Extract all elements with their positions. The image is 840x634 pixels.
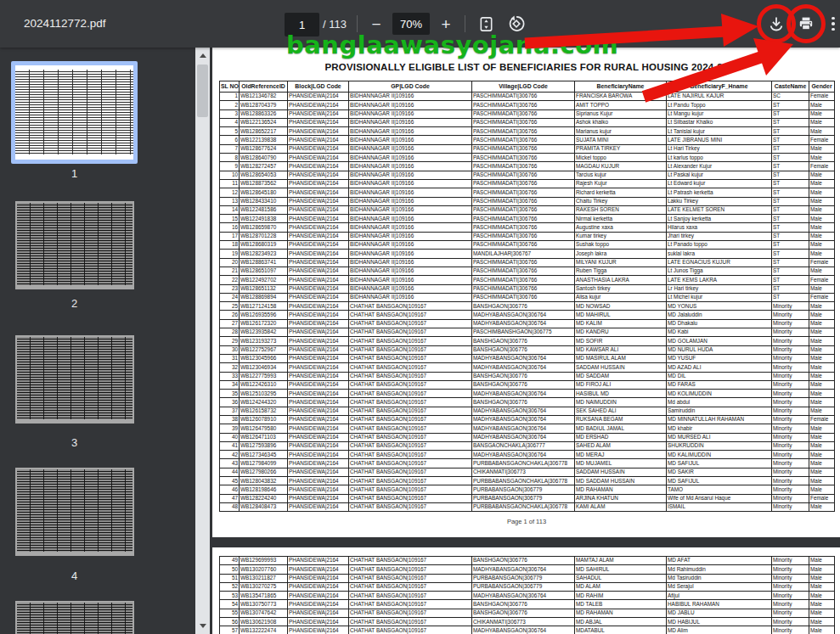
cell: WB128645180 xyxy=(240,188,288,197)
cell: MD YUSUF xyxy=(667,354,772,362)
table-row: 20WB128863741PHANSIDEWA|2164BIDHANNAGAR … xyxy=(220,258,835,267)
table-row: 34WB122426310PHANSIDEWA|2164CHATHAT BANS… xyxy=(220,380,835,389)
thumbnail-label-3: 3 xyxy=(0,436,149,452)
table-row: 22WB122492702PHANSIDEWA|2164BIDHANNAGAR … xyxy=(220,276,835,284)
cell: Minority xyxy=(772,477,809,485)
cell: Ashok khalko xyxy=(575,118,667,126)
cell: MD BADIUL JAMAL xyxy=(575,424,667,433)
cell: CHATHAT BANSGAON|109167 xyxy=(349,459,472,468)
cell: ST xyxy=(772,179,809,188)
scroll-up-arrow[interactable] xyxy=(195,49,210,62)
cell: ST xyxy=(772,293,809,301)
scroll-down-arrow[interactable] xyxy=(195,620,210,632)
table-row: 57WB132222474PHANSIDEWA|2164CHATHAT BANS… xyxy=(220,626,835,634)
cell: Lt Pandu Toppo xyxy=(667,101,772,109)
cell: Male xyxy=(809,118,835,126)
cell: BIDHANNAGAR II|109166 xyxy=(349,276,472,284)
cell: MD SAFIJUL xyxy=(667,459,772,468)
cell: SC xyxy=(772,93,809,101)
cell: BIDHANNAGAR II|109166 xyxy=(349,293,472,301)
table-row: 47WB128224240PHANSIDEWA|2164CHATHAT BANS… xyxy=(220,494,835,502)
cell: Female xyxy=(809,293,835,301)
cell: CHATHAT BANSGAON|109167 xyxy=(349,311,472,319)
cell: WB128234923 xyxy=(240,250,288,258)
cell: PHANSIDEWA|2164 xyxy=(288,485,349,494)
cell: Male xyxy=(809,144,835,153)
print-button[interactable] xyxy=(795,13,817,35)
table-row: 11WB128873562PHANSIDEWA|2164BIDHANNAGAR … xyxy=(220,179,835,188)
sidebar-scrollbar[interactable] xyxy=(195,48,210,634)
cell: Male xyxy=(809,284,835,293)
cell: Minority xyxy=(772,372,809,380)
cell: PASCHIMMADATI|306766 xyxy=(472,205,575,214)
cell: WB128272457 xyxy=(240,162,288,171)
table-row: 53WB135471865PHANSIDEWA|2164CHATHAT BANS… xyxy=(220,592,835,600)
cell: PHANSIDEWA|2164 xyxy=(288,441,349,450)
cell: Male xyxy=(809,345,835,354)
cell: BANSHGAON|306776 xyxy=(472,398,575,407)
cell: Male xyxy=(809,179,835,188)
cell: PHANSIDEWA|2164 xyxy=(288,171,349,179)
cell: Minority xyxy=(772,574,809,582)
page-thumbnail-2[interactable] xyxy=(15,201,134,289)
cell: 55 xyxy=(220,609,240,617)
cell: PHANSIDEWA|2164 xyxy=(288,354,349,362)
page-thumbnail-4[interactable] xyxy=(15,468,134,556)
cell: MD SAKIR xyxy=(667,468,772,476)
cell: CHATHAT BANSGAON|109167 xyxy=(349,485,472,494)
cell: MADHYABANSGAON|306764 xyxy=(472,363,575,372)
cell: 1 xyxy=(220,93,240,101)
cell: MADHYABANSGAON|306764 xyxy=(472,354,575,362)
cell: MD YONUS xyxy=(667,302,772,311)
cell: WB123046934 xyxy=(240,363,288,372)
cell: PURBBABANSGAONCHAKLA|306778 xyxy=(472,477,575,485)
cell: CHATHAT BANSGAON|109167 xyxy=(349,441,472,450)
scrollbar-thumb[interactable] xyxy=(197,65,208,117)
cell: PHANSIDEWA|2164 xyxy=(288,267,349,275)
cell: 21 xyxy=(220,267,240,275)
cell: BIDHANNAGAR II|109166 xyxy=(349,267,472,275)
cell: PHANSIDEWA|2164 xyxy=(288,188,349,197)
cell: 15 xyxy=(220,215,240,223)
cell: 50 xyxy=(220,565,240,574)
cell: BANSHGAON|306776 xyxy=(472,372,575,380)
cell: PASCHIMMADATI|306766 xyxy=(472,197,575,205)
cell: MD ALAM xyxy=(575,582,667,591)
cell: 35 xyxy=(220,390,240,398)
cell: suklal lakra xyxy=(667,250,772,258)
cell: MD KALIM xyxy=(575,319,667,328)
cell: ST xyxy=(772,197,809,205)
cell: ST xyxy=(772,267,809,275)
cell: Minority xyxy=(772,328,809,337)
page-thumbnail-3[interactable] xyxy=(15,335,134,424)
cell: WB123935842 xyxy=(240,328,288,337)
more-options-button[interactable] xyxy=(825,13,840,35)
cell: ANASTHASIA LAKRA xyxy=(575,276,667,284)
cell: MD NURUL HUDA xyxy=(667,345,772,354)
cell: PHANSIDEWA|2164 xyxy=(288,398,349,407)
pdf-page-2: 49WB129699993PHANSIDEWA|2164CHATHAT BANS… xyxy=(212,547,840,634)
cell: CHATHAT BANSGAON|109167 xyxy=(349,592,472,600)
page-thumbnail-5[interactable] xyxy=(15,601,134,634)
cell: Afijul xyxy=(667,592,772,600)
table-row: 52WB130270275PHANSIDEWA|2164CHATHAT BANS… xyxy=(220,582,835,591)
cell: CHATHAT BANSGAON|109167 xyxy=(349,494,472,502)
cell: MD HABIJUL xyxy=(667,618,772,626)
cell: Male xyxy=(809,311,835,319)
thumbnail-label-4: 4 xyxy=(0,569,149,585)
cell: PASCHIMMADATI|306766 xyxy=(472,109,575,118)
cell: Minority xyxy=(772,441,809,450)
cell: 45 xyxy=(220,477,240,485)
cell: CHATHAT BANSGAON|109167 xyxy=(349,626,472,634)
cell: Ruben Tigga xyxy=(575,267,667,275)
table-row: 46WB128198646PHANSIDEWA|2164CHATHAT BANS… xyxy=(220,485,835,494)
page-thumbnail-1[interactable] xyxy=(11,61,138,164)
cell: PHANSIDEWA|2164 xyxy=(288,380,349,389)
cell: Minority xyxy=(772,380,809,389)
cell: MADHYABANSGAON|306764 xyxy=(472,311,575,319)
cell: ST xyxy=(772,205,809,214)
cell: 33 xyxy=(220,372,240,380)
pdf-page-1: PROVISIONALLY ELIGIBLE LIST OF BENEFICIA… xyxy=(212,48,840,537)
download-button[interactable] xyxy=(765,13,787,35)
cell: WB128680319 xyxy=(240,241,288,250)
